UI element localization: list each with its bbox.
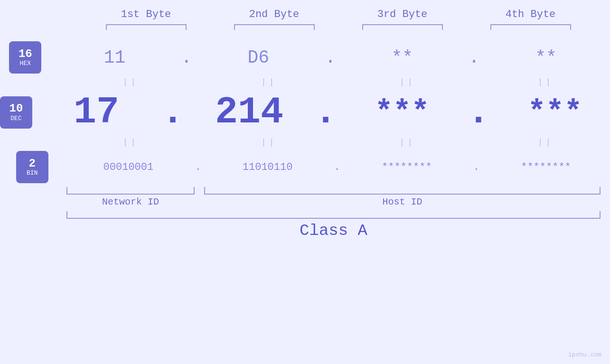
class-bracket-line — [66, 211, 601, 219]
id-labels-row: Network ID Host ID — [66, 196, 601, 207]
sep-cell-1a: || — [66, 77, 195, 87]
dec-dot2: . — [314, 91, 337, 134]
bottom-section: Network ID Host ID Class A — [0, 187, 610, 240]
sep-cell-2b: || — [205, 138, 333, 147]
sep-cell-2c: || — [343, 138, 471, 147]
dec-dot3: . — [467, 91, 490, 134]
hex-b1-value: 11 — [104, 47, 126, 68]
hex-b3-cell: ** — [338, 47, 466, 68]
dec-b1-value: 17 — [74, 91, 119, 134]
sep-cell-2a: || — [66, 138, 195, 147]
bin-badge-slot: 2 BIN — [0, 151, 64, 183]
hex-b3-value: ** — [391, 47, 413, 68]
main-container: 1st Byte 2nd Byte 3rd Byte 4th Byte 16 H… — [0, 0, 610, 364]
byte-headers: 1st Byte 2nd Byte 3rd Byte 4th Byte — [0, 9, 610, 20]
dec-row: 10 DEC 17 . 214 . *** . *** — [0, 91, 610, 134]
hex-b4-value: ** — [535, 47, 557, 68]
bin-b4-value: ******** — [521, 161, 571, 173]
bracket-gap — [195, 187, 204, 195]
hex-b2-cell: D6 — [194, 47, 322, 68]
byte3-header: 3rd Byte — [338, 9, 467, 20]
bin-badge: 2 BIN — [16, 151, 48, 183]
dec-badge-slot: 10 DEC — [0, 96, 32, 129]
byte2-header: 2nd Byte — [210, 9, 338, 20]
bin-b4-cell: ******** — [482, 161, 610, 173]
hex-b4-cell: ** — [482, 47, 610, 68]
bin-dot2: . — [334, 161, 340, 173]
dec-dot1: . — [161, 91, 184, 134]
bin-b2-cell: 11010110 — [204, 161, 332, 173]
bin-data: 00010001 . 11010110 . ******** . *******… — [64, 161, 610, 173]
sep-cell-1d: || — [482, 77, 610, 87]
hex-badge-slot: 16 HEX — [0, 41, 51, 74]
byte1-header: 1st Byte — [82, 9, 210, 20]
bin-row: 2 BIN 00010001 . 11010110 . ******** . *… — [0, 151, 610, 183]
bracket-byte3 — [338, 24, 467, 33]
bin-b2-value: 11010110 — [243, 161, 293, 173]
hex-dot2: . — [325, 47, 336, 68]
hex-b2-value: D6 — [248, 47, 270, 68]
dec-b3-value: *** — [375, 95, 429, 130]
byte4-header: 4th Byte — [467, 9, 595, 20]
dec-b4-value: *** — [527, 95, 582, 130]
hex-dot1: . — [181, 47, 192, 68]
sep-data-1: || || || || — [66, 77, 610, 87]
dec-b1-cell: 17 — [32, 91, 160, 134]
network-bracket-line — [66, 187, 195, 195]
bin-dot1: . — [195, 161, 201, 173]
watermark: ipshu.com — [568, 351, 601, 358]
hex-dot3: . — [469, 47, 479, 68]
id-bracket-lines — [66, 187, 601, 195]
sep-cell-2d: || — [482, 138, 610, 147]
sep-row-2: || || || || — [0, 134, 610, 151]
bin-b1-cell: 00010001 — [64, 161, 192, 173]
hex-row: 16 HEX 11 . D6 . ** . ** — [0, 41, 610, 74]
bin-dot3: . — [473, 161, 479, 173]
sep-cell-1c: || — [343, 77, 471, 87]
top-brackets — [0, 24, 610, 33]
bracket-byte4 — [467, 24, 595, 33]
bracket-byte1 — [82, 24, 210, 33]
dec-b4-cell: *** — [491, 95, 610, 130]
host-id-label: Host ID — [204, 196, 601, 207]
hex-badge: 16 HEX — [9, 41, 41, 74]
hex-data: 11 . D6 . ** . ** — [51, 47, 610, 68]
dec-data: 17 . 214 . *** . *** — [32, 91, 610, 134]
sep-row-1: || || || || — [0, 74, 610, 91]
dec-b2-cell: 214 — [185, 91, 313, 134]
bin-b3-cell: ******** — [343, 161, 471, 173]
sep-cell-1b: || — [205, 77, 333, 87]
bin-b3-value: ******** — [382, 161, 432, 173]
dec-b3-cell: *** — [338, 95, 466, 130]
host-bracket-line — [204, 187, 601, 195]
network-id-label: Network ID — [66, 196, 195, 207]
class-label: Class A — [66, 222, 601, 240]
dec-b2-value: 214 — [215, 91, 283, 134]
bin-b1-value: 00010001 — [103, 161, 154, 173]
sep-data-2: || || || || — [66, 138, 610, 147]
hex-b1-cell: 11 — [51, 47, 179, 68]
dec-badge: 10 DEC — [0, 96, 32, 129]
bracket-byte2 — [210, 24, 338, 33]
